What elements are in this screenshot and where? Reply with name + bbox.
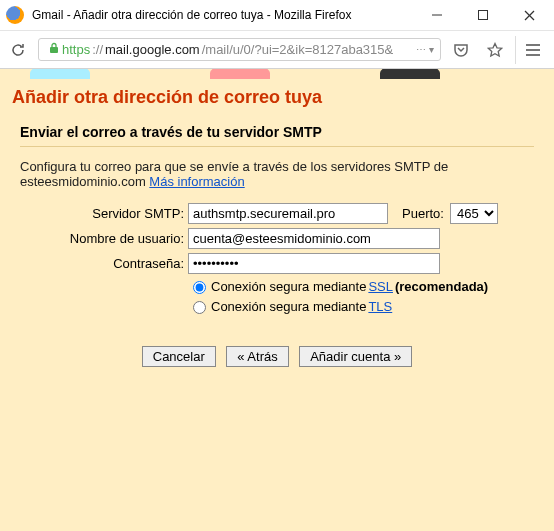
url-path: /mail/u/0/?ui=2&ik=8127aba315& bbox=[202, 42, 394, 57]
window-title: Gmail - Añadir otra dirección de correo … bbox=[32, 8, 351, 22]
url-scheme: https bbox=[62, 42, 90, 57]
browser-toolbar: https://mail.google.com/mail/u/0/?ui=2&i… bbox=[0, 31, 554, 69]
ssl-radio[interactable] bbox=[193, 281, 206, 294]
close-button[interactable] bbox=[506, 0, 552, 30]
ssl-link[interactable]: SSL bbox=[368, 279, 393, 294]
more-info-link[interactable]: Más información bbox=[149, 174, 244, 189]
firefox-icon bbox=[6, 6, 24, 24]
cancel-button[interactable]: Cancelar bbox=[142, 346, 216, 367]
url-bar[interactable]: https://mail.google.com/mail/u/0/?ui=2&i… bbox=[38, 38, 441, 61]
section-title: Enviar el correo a través de tu servidor… bbox=[20, 124, 534, 147]
svg-rect-1 bbox=[479, 11, 488, 20]
password-input[interactable] bbox=[188, 253, 440, 274]
menu-button[interactable] bbox=[515, 36, 550, 64]
port-select[interactable]: 465 bbox=[450, 203, 498, 224]
add-account-button[interactable]: Añadir cuenta » bbox=[299, 346, 412, 367]
lock-icon bbox=[48, 42, 60, 57]
reload-button[interactable] bbox=[4, 36, 32, 64]
tls-label-prefix: Conexión segura mediante bbox=[211, 299, 366, 314]
ssl-label-prefix: Conexión segura mediante bbox=[211, 279, 366, 294]
pocket-button[interactable] bbox=[447, 36, 475, 64]
tls-link[interactable]: TLS bbox=[368, 299, 392, 314]
dropdown-icon[interactable]: ⋯ ▾ bbox=[416, 44, 434, 55]
password-label: Contraseña: bbox=[20, 256, 188, 271]
window-titlebar: Gmail - Añadir otra dirección de correo … bbox=[0, 0, 554, 31]
bookmark-button[interactable] bbox=[481, 36, 509, 64]
back-button[interactable]: « Atrás bbox=[226, 346, 288, 367]
url-host: mail.google.com bbox=[105, 42, 200, 57]
smtp-server-input[interactable] bbox=[188, 203, 388, 224]
page-title: Añadir otra dirección de correo tuya bbox=[0, 79, 554, 116]
maximize-button[interactable] bbox=[460, 0, 506, 30]
username-label: Nombre de usuario: bbox=[20, 231, 188, 246]
url-sep: :// bbox=[92, 42, 103, 57]
intro-text: Configura tu correo para que se envíe a … bbox=[20, 159, 534, 189]
tls-radio[interactable] bbox=[193, 301, 206, 314]
smtp-label: Servidor SMTP: bbox=[20, 206, 188, 221]
ssl-recommended: (recomendada) bbox=[395, 279, 488, 294]
page-body: Añadir otra dirección de correo tuya Env… bbox=[0, 69, 554, 531]
port-label: Puerto: bbox=[402, 206, 444, 221]
minimize-button[interactable] bbox=[414, 0, 460, 30]
svg-rect-4 bbox=[50, 47, 58, 53]
username-input[interactable] bbox=[188, 228, 440, 249]
decorative-banner bbox=[0, 69, 554, 79]
